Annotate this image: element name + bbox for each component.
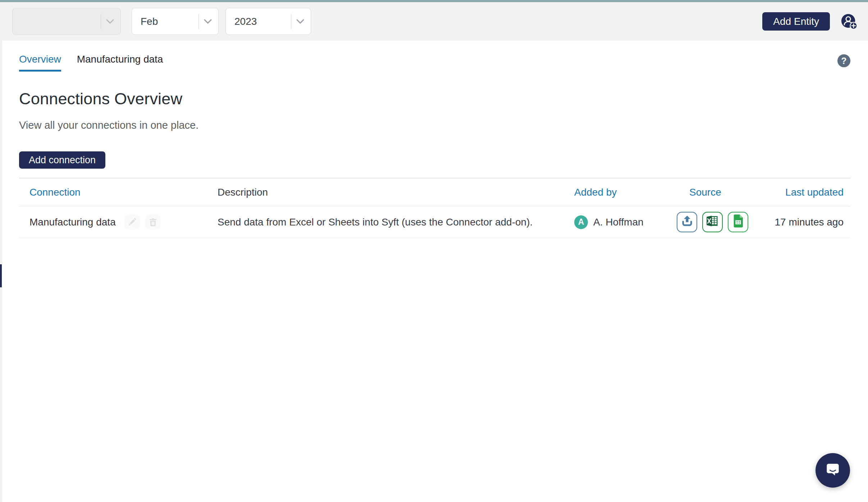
main-content: Overview Manufacturing data ? Connection… [2, 41, 868, 502]
chevron-down-icon [204, 19, 212, 24]
row-actions [124, 214, 161, 230]
trash-icon [148, 217, 158, 227]
tab-bar: Overview Manufacturing data ? [19, 54, 850, 72]
column-header-source: Source [677, 187, 757, 198]
page-title: Connections Overview [19, 90, 850, 108]
excel-source-button[interactable] [702, 212, 723, 232]
column-header-description: Description [218, 187, 574, 198]
add-user-icon[interactable] [841, 13, 857, 30]
chat-launcher-button[interactable] [816, 453, 850, 488]
month-select[interactable]: Feb [132, 8, 219, 35]
google-sheets-icon [733, 214, 744, 230]
select-divider [291, 14, 291, 29]
month-select-value: Feb [141, 16, 195, 27]
tab-overview[interactable]: Overview [19, 54, 61, 72]
column-header-last-updated: Last updated [757, 187, 850, 198]
table-row: Manufacturing data [19, 206, 850, 238]
sidebar-scroll-indicator [0, 264, 2, 287]
chevron-down-icon [106, 19, 114, 24]
add-connection-button[interactable]: Add connection [19, 151, 105, 169]
source-buttons [677, 212, 748, 232]
column-header-added-by: Added by [574, 187, 677, 198]
tab-manufacturing-data[interactable]: Manufacturing data [77, 54, 163, 72]
year-select-value: 2023 [234, 16, 287, 27]
entity-select[interactable] [12, 8, 121, 35]
top-bar: Feb 2023 Add Entity [0, 2, 868, 41]
added-by-name: A. Hoffman [593, 216, 644, 228]
connection-name: Manufacturing data [29, 216, 116, 228]
upload-source-button[interactable] [677, 212, 697, 232]
connections-table: Connection Description Added by Source L… [19, 178, 850, 238]
pencil-icon [127, 217, 137, 227]
edit-button[interactable] [124, 214, 140, 230]
upload-icon [681, 214, 694, 230]
delete-button[interactable] [145, 214, 161, 230]
select-divider [101, 14, 101, 29]
google-sheets-source-button[interactable] [728, 212, 748, 232]
excel-icon [706, 214, 719, 230]
select-divider [198, 14, 199, 29]
chat-bubble-icon [824, 461, 842, 480]
help-icon[interactable]: ? [837, 54, 850, 67]
chevron-down-icon [296, 19, 304, 24]
add-entity-button[interactable]: Add Entity [762, 12, 830, 31]
connection-description: Send data from Excel or Sheets into Syft… [218, 216, 574, 228]
avatar: A [574, 215, 588, 229]
page-subtitle: View all your connections in one place. [19, 119, 850, 131]
year-select[interactable]: 2023 [225, 8, 311, 35]
last-updated: 17 minutes ago [757, 216, 850, 228]
table-header-row: Connection Description Added by Source L… [19, 178, 850, 206]
column-header-connection: Connection [19, 187, 218, 198]
